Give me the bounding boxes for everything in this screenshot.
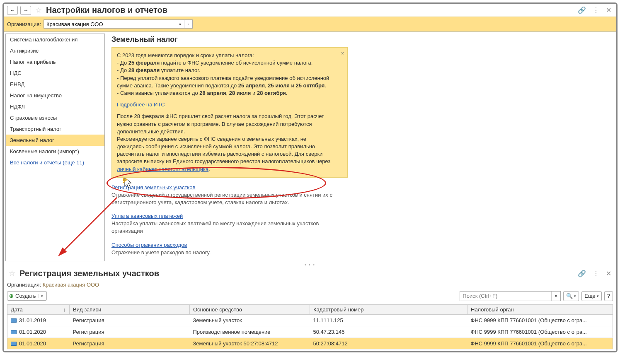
search-clear-icon[interactable]: ×: [551, 292, 560, 301]
expense-methods-desc: Отражение в учете расходов по налогу.: [111, 249, 344, 256]
plus-icon: ⊕: [9, 293, 14, 299]
notice-more-link[interactable]: Подробнее на ИТС: [117, 101, 165, 108]
help-button[interactable]: ?: [604, 291, 613, 301]
close-icon-2[interactable]: ✕: [604, 269, 613, 278]
kebab-menu-icon-2[interactable]: ⋮: [591, 269, 601, 278]
notice-para3: Рекомендуется заранее сверить с ФНС свед…: [117, 135, 335, 173]
sidebar-item-indirect-tax[interactable]: Косвенные налоги (импорт): [6, 146, 104, 157]
org-open-icon[interactable]: ▫: [184, 20, 192, 28]
col-cadastral[interactable]: Кадастровый номер: [310, 304, 467, 314]
notice-close-icon[interactable]: ×: [341, 50, 344, 57]
col-date[interactable]: Дата↓: [7, 304, 70, 314]
sidebar-item-ndfl[interactable]: НДФЛ: [6, 101, 104, 112]
pane-splitter[interactable]: • • •: [4, 263, 616, 267]
org-input-wrapper: ▾ ▫: [44, 19, 193, 29]
org-label-2: Организация:: [7, 282, 41, 288]
sidebar-item-land-tax[interactable]: Земельный налог: [6, 135, 104, 146]
advance-payments-link[interactable]: Уплата авансовых платежей: [111, 213, 183, 219]
link-icon[interactable]: 🔗: [576, 5, 588, 15]
table-row[interactable]: 01.01.2020 Регистрация Земельный участок…: [7, 337, 613, 349]
row-icon: [11, 318, 17, 323]
sidebar-item-profit-tax[interactable]: Налог на прибыль: [6, 56, 104, 67]
col-tax-office[interactable]: Налоговый орган: [467, 304, 613, 314]
create-button[interactable]: ⊕ Создать ▾: [7, 291, 47, 301]
favorite-star-icon-2[interactable]: ☆: [9, 269, 15, 278]
sidebar-item-property-tax[interactable]: Налог на имущество: [6, 90, 104, 101]
sidebar-item-insurance[interactable]: Страховые взносы: [6, 112, 104, 123]
content-heading: Земельный налог: [111, 35, 611, 44]
register-land-desc: Отражение сведений о государственной рег…: [111, 191, 344, 206]
register-land-link[interactable]: Регистрация земельных участков: [111, 184, 195, 190]
org-label: Организация:: [7, 21, 41, 27]
notice-box: × С 2023 года меняются порядок и сроки у…: [111, 47, 348, 178]
taxpayer-cabinet-link[interactable]: личный кабинет налогоплательщика: [117, 166, 208, 172]
notice-line1: С 2023 года меняются порядок и сроки упл…: [117, 52, 335, 59]
col-type[interactable]: Вид записи: [70, 304, 190, 314]
notice-para2: После 28 февраля ФНС пришлет свой расчет…: [117, 113, 335, 135]
more-button[interactable]: Еще ▾: [581, 291, 601, 301]
chevron-down-icon: ▾: [39, 294, 43, 298]
nav-forward-button[interactable]: →: [20, 6, 31, 15]
expense-methods-link[interactable]: Способы отражения расходов: [111, 242, 187, 248]
row-icon: [11, 330, 17, 334]
sidebar-item-anticrisis[interactable]: Антикризис: [6, 45, 104, 56]
row-icon: [11, 342, 17, 346]
org-value-2: Красивая акация ООО: [43, 282, 99, 288]
sidebar: Система налогообложения Антикризис Налог…: [5, 34, 105, 261]
sidebar-item-vat[interactable]: НДС: [6, 67, 104, 79]
col-asset[interactable]: Основное средство: [190, 304, 310, 314]
search-input[interactable]: [460, 292, 551, 300]
page-title-2: Регистрация земельных участков: [19, 269, 159, 278]
close-icon[interactable]: ✕: [604, 5, 613, 15]
sidebar-item-transport-tax[interactable]: Транспортный налог: [6, 123, 104, 135]
kebab-menu-icon[interactable]: ⋮: [591, 5, 601, 15]
advance-payments-desc: Настройка уплаты авансовых платежей по м…: [111, 220, 344, 235]
land-table: Дата↓ Вид записи Основное средство Кадас…: [7, 304, 613, 350]
org-input[interactable]: [44, 20, 176, 28]
link-icon-2[interactable]: 🔗: [576, 269, 588, 278]
sidebar-more-link[interactable]: Все налоги и отчеты (еще 11): [6, 157, 104, 168]
table-row[interactable]: 01.01.2020 Регистрация Производственное …: [7, 326, 613, 337]
sidebar-item-tax-system[interactable]: Система налогообложения: [6, 34, 104, 45]
favorite-star-icon[interactable]: ☆: [35, 6, 42, 15]
page-title: Настройки налогов и отчетов: [46, 5, 167, 15]
sidebar-item-envd[interactable]: ЕНВД: [6, 79, 104, 90]
org-dropdown-icon[interactable]: ▾: [176, 20, 184, 28]
nav-back-button[interactable]: ←: [7, 6, 18, 15]
table-row[interactable]: 31.01.2019 Регистрация Земельный участок…: [7, 314, 613, 326]
search-button[interactable]: 🔍 ▾: [563, 291, 579, 301]
